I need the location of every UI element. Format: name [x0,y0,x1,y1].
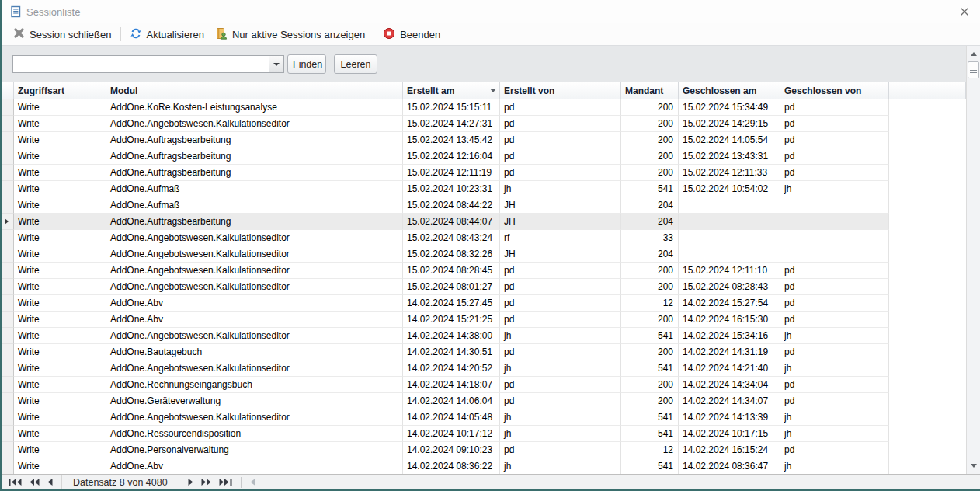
cell-erstellt_von[interactable]: pd [500,132,621,148]
cell-geschlossen_von[interactable]: pd [780,165,889,181]
cell-zugriffsart[interactable]: Write [14,279,106,295]
cell-mandant[interactable]: 200 [621,165,679,181]
cell-erstellt_am[interactable]: 14.02.2024 14:06:04 [403,393,500,409]
next-page-button[interactable] [197,475,215,489]
table-row[interactable]: WriteAddOne.Aufmaß15.02.2024 10:23:31jh5… [2,181,966,197]
cell-erstellt_von[interactable]: pd [500,116,621,132]
column-header-modul[interactable]: Modul [106,82,403,99]
cell-zugriffsart[interactable]: Write [14,409,106,426]
cell-erstellt_von[interactable]: jh [500,426,621,442]
cell-erstellt_am[interactable]: 15.02.2024 08:43:24 [403,230,500,246]
table-row[interactable]: WriteAddOne.Personalverwaltung14.02.2024… [2,442,966,458]
column-header-geschlossen_am[interactable]: Geschlossen am [679,82,780,99]
cell-erstellt_am[interactable]: 15.02.2024 13:45:42 [403,132,500,148]
cell-erstellt_von[interactable]: pd [500,377,621,393]
cell-geschlossen_am[interactable]: 15.02.2024 14:29:15 [679,116,780,132]
cell-erstellt_am[interactable]: 15.02.2024 08:32:26 [403,246,500,263]
cell-erstellt_von[interactable]: jh [500,328,621,344]
scroll-down-icon[interactable] [967,459,980,472]
cell-zugriffsart[interactable]: Write [14,312,106,328]
cell-erstellt_von[interactable]: rf [500,230,621,246]
cell-zugriffsart[interactable]: Write [14,328,106,344]
cell-erstellt_am[interactable]: 14.02.2024 15:21:25 [403,312,500,328]
cell-geschlossen_von[interactable] [780,197,889,214]
cell-mandant[interactable]: 541 [621,328,679,344]
cell-geschlossen_von[interactable]: pd [780,312,889,328]
cell-mandant[interactable]: 541 [621,360,679,377]
cell-modul[interactable]: AddOne.Bautagebuch [106,344,403,360]
cell-geschlossen_von[interactable]: jh [780,360,889,377]
cell-geschlossen_von[interactable] [780,230,889,246]
cell-erstellt_von[interactable]: jh [500,360,621,377]
cell-zugriffsart[interactable]: Write [14,230,106,246]
cell-modul[interactable]: AddOne.Ressourcendisposition [106,426,403,442]
cell-modul[interactable]: AddOne.Aufmaß [106,197,403,214]
cell-geschlossen_von[interactable]: pd [780,132,889,148]
close-icon[interactable] [958,6,971,19]
cell-modul[interactable]: AddOne.Rechnungseingangsbuch [106,377,403,393]
cell-erstellt_von[interactable]: pd [500,393,621,409]
cell-geschlossen_von[interactable]: jh [780,409,889,426]
column-header-zugriffsart[interactable]: Zugriffsart [14,82,106,99]
table-row[interactable]: WriteAddOne.Abv14.02.2024 15:21:25pd2001… [2,312,966,328]
cell-modul[interactable]: AddOne.Angebotswesen.Kalkulationseditor [106,263,403,279]
table-row[interactable]: WriteAddOne.Auftragsbearbeitung15.02.202… [2,148,966,165]
cell-erstellt_am[interactable]: 14.02.2024 14:30:51 [403,344,500,360]
cell-modul[interactable]: AddOne.KoRe.Kosten-Leistungsanalyse [106,99,403,116]
cell-geschlossen_am[interactable] [679,214,780,230]
column-header-mandant[interactable]: Mandant [621,82,679,99]
cell-mandant[interactable]: 12 [621,442,679,458]
cell-zugriffsart[interactable]: Write [14,295,106,312]
cell-mandant[interactable]: 204 [621,246,679,263]
cell-mandant[interactable]: 200 [621,312,679,328]
first-record-button[interactable] [5,475,26,489]
table-row[interactable]: WriteAddOne.Angebotswesen.Kalkulationsed… [2,116,966,132]
cell-erstellt_am[interactable]: 15.02.2024 15:15:11 [403,99,500,116]
cell-erstellt_von[interactable]: pd [500,442,621,458]
cell-zugriffsart[interactable]: Write [14,181,106,197]
scrollbar-thumb[interactable] [968,61,979,78]
cell-modul[interactable]: AddOne.Aufmaß [106,181,403,197]
cell-mandant[interactable]: 541 [621,409,679,426]
cell-geschlossen_von[interactable] [780,214,889,230]
cell-erstellt_von[interactable]: pd [500,312,621,328]
table-row[interactable]: WriteAddOne.Angebotswesen.Kalkulationsed… [2,246,966,263]
cell-geschlossen_am[interactable]: 14.02.2024 08:36:47 [679,458,780,474]
cell-modul[interactable]: AddOne.Abv [106,312,403,328]
next-record-button[interactable] [184,475,197,489]
cell-geschlossen_von[interactable]: pd [780,377,889,393]
cell-mandant[interactable]: 541 [621,426,679,442]
cell-mandant[interactable]: 200 [621,377,679,393]
cell-modul[interactable]: AddOne.Angebotswesen.Kalkulationseditor [106,409,403,426]
cell-erstellt_von[interactable]: jh [500,458,621,474]
cell-erstellt_am[interactable]: 15.02.2024 12:16:04 [403,148,500,165]
cell-erstellt_am[interactable]: 14.02.2024 08:36:22 [403,458,500,474]
cell-zugriffsart[interactable]: Write [14,263,106,279]
cell-erstellt_am[interactable]: 15.02.2024 12:11:19 [403,165,500,181]
cell-erstellt_von[interactable]: pd [500,295,621,312]
cell-erstellt_von[interactable]: JH [500,214,621,230]
cell-modul[interactable]: AddOne.Angebotswesen.Kalkulationseditor [106,246,403,263]
cell-geschlossen_am[interactable]: 15.02.2024 14:05:54 [679,132,780,148]
cell-zugriffsart[interactable]: Write [14,393,106,409]
cell-erstellt_von[interactable]: pd [500,279,621,295]
cell-geschlossen_am[interactable] [679,197,780,214]
cell-erstellt_von[interactable]: JH [500,197,621,214]
cell-zugriffsart[interactable]: Write [14,214,106,230]
table-row[interactable]: WriteAddOne.Auftragsbearbeitung15.02.202… [2,214,966,230]
cell-modul[interactable]: AddOne.Geräteverwaltung [106,393,403,409]
cell-modul[interactable]: AddOne.Abv [106,295,403,312]
search-input[interactable] [13,56,269,72]
cell-zugriffsart[interactable]: Write [14,426,106,442]
cell-zugriffsart[interactable]: Write [14,442,106,458]
cell-mandant[interactable]: 204 [621,214,679,230]
cell-geschlossen_am[interactable]: 15.02.2024 13:43:31 [679,148,780,165]
cell-modul[interactable]: AddOne.Auftragsbearbeitung [106,214,403,230]
cell-geschlossen_von[interactable]: pd [780,442,889,458]
cell-erstellt_von[interactable]: pd [500,344,621,360]
cell-geschlossen_am[interactable]: 14.02.2024 14:34:07 [679,393,780,409]
cell-geschlossen_am[interactable]: 15.02.2024 15:34:49 [679,99,780,116]
table-row[interactable]: WriteAddOne.Auftragsbearbeitung15.02.202… [2,165,966,181]
refresh-button[interactable]: Aktualisieren [124,25,210,44]
active-sessions-filter-button[interactable]: Nur aktive Sessions anzeigen [210,25,370,44]
